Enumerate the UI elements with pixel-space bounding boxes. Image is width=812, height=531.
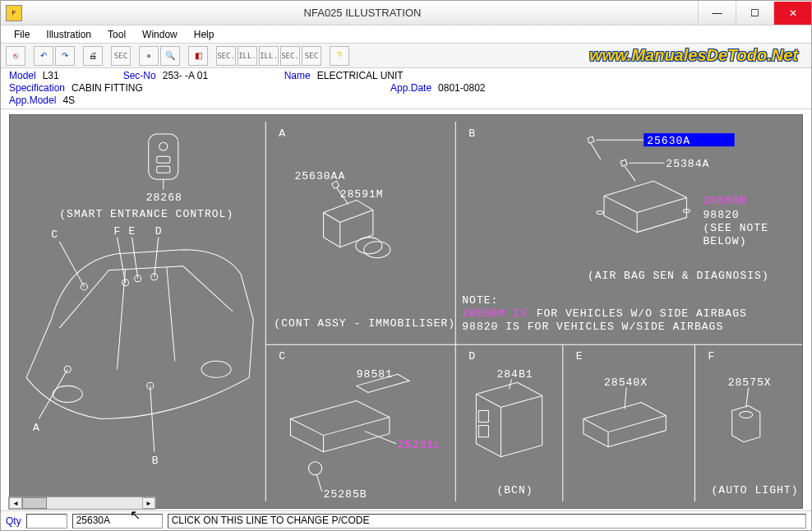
part-code-field[interactable]: 25630A xyxy=(72,514,163,529)
part-25630a-selected[interactable]: 25630A xyxy=(647,135,690,147)
qty-input[interactable] xyxy=(26,514,67,529)
zoom-icon[interactable]: 🔍 xyxy=(160,46,180,66)
name-label: Name xyxy=(284,70,311,81)
svg-rect-52 xyxy=(478,411,488,422)
part-98581[interactable]: 98581 xyxy=(357,368,393,381)
maximize-button[interactable]: ☐ xyxy=(736,2,773,25)
svg-line-20 xyxy=(132,238,138,279)
part-28556m[interactable]: 28556M xyxy=(704,195,747,207)
hint-field[interactable]: CLICK ON THIS LINE TO CHANGE P/CODE xyxy=(168,514,806,529)
cont-assy-label: (CONT ASSY - IMMOBILISER) xyxy=(274,317,455,330)
note-heading: NOTE: xyxy=(462,294,498,307)
svg-point-23 xyxy=(64,366,71,372)
part-28575x[interactable]: 28575X xyxy=(728,376,772,389)
part-28540x[interactable]: 28540X xyxy=(604,376,648,389)
svg-line-43 xyxy=(290,419,323,436)
menu-window[interactable]: Window xyxy=(134,27,186,42)
svg-rect-8 xyxy=(157,156,170,163)
svg-line-24 xyxy=(39,369,67,418)
titlebar: F NFA025 ILLUSTRATION — ☐ ✕ xyxy=(1,1,811,25)
svg-line-22 xyxy=(155,238,159,277)
menu-help[interactable]: Help xyxy=(186,27,223,42)
app-icon: F xyxy=(6,5,22,21)
svg-point-12 xyxy=(201,361,231,377)
svg-line-33 xyxy=(591,143,601,159)
undo-icon[interactable]: ↶ xyxy=(34,46,53,66)
airbag-label: (AIR BAG SEN & DIAGNOSIS) xyxy=(588,270,769,282)
auto-light-label: (AUTO LIGHT) xyxy=(712,484,799,496)
toggle-icon[interactable]: ◧ xyxy=(188,46,208,66)
menu-tool[interactable]: Tool xyxy=(99,27,134,42)
svg-line-60 xyxy=(746,387,749,407)
svg-point-32 xyxy=(364,242,390,258)
part-28591m[interactable]: 28591M xyxy=(340,188,384,201)
svg-line-58 xyxy=(625,387,626,409)
see-note-2: BELOW) xyxy=(704,235,747,247)
svg-line-44 xyxy=(324,418,390,436)
menu-file[interactable]: File xyxy=(6,27,38,42)
svg-point-31 xyxy=(356,238,382,254)
svg-point-17 xyxy=(122,279,129,286)
part-25384a[interactable]: 25384A xyxy=(666,158,709,170)
svg-line-13 xyxy=(118,269,126,370)
svg-rect-9 xyxy=(157,166,170,173)
appdate-value: 0801-0802 xyxy=(438,82,485,94)
part-25285b[interactable]: 25285B xyxy=(324,488,367,501)
svg-line-38 xyxy=(604,196,637,212)
car-callout-b: B xyxy=(152,455,159,467)
panel-d-label: D xyxy=(468,350,476,362)
close-button[interactable]: ✕ xyxy=(773,2,811,25)
watermark-text: www.ManualesDeTodo.Net xyxy=(589,46,798,65)
name-value: ELECTRICAL UNIT xyxy=(317,70,404,81)
bottom-bar: Qty 25630A CLICK ON THIS LINE TO CHANGE … xyxy=(1,510,811,530)
scroll-right-icon[interactable]: ► xyxy=(142,497,155,509)
appdate-label: App.Date xyxy=(390,82,431,94)
car-callout-e: E xyxy=(129,225,136,238)
part-98820[interactable]: 98820 xyxy=(704,209,740,221)
svg-line-48 xyxy=(317,475,322,492)
svg-line-55 xyxy=(584,419,608,432)
bcn-label: (BCN) xyxy=(496,484,533,496)
svg-point-46 xyxy=(309,462,322,475)
appmodel-label: App.Model xyxy=(9,95,56,106)
see-note-1: (SEE NOTE xyxy=(704,222,769,234)
svg-line-29 xyxy=(340,210,373,222)
scroll-left-icon[interactable]: ◄ xyxy=(9,497,22,509)
svg-line-36 xyxy=(625,166,635,181)
help-icon[interactable]: ? xyxy=(330,46,349,66)
svg-line-28 xyxy=(324,213,340,223)
record-icon[interactable]: ● xyxy=(139,46,159,66)
car-callout-d: D xyxy=(155,225,163,238)
horizontal-scrollbar[interactable]: ◄ ► xyxy=(8,496,156,510)
nav-ill-down-icon[interactable]: ILL. xyxy=(238,46,257,66)
info-bar: Model L31 Sec-No 253- -A 01 Name ELECTRI… xyxy=(1,68,811,109)
illustration-canvas[interactable]: A B C D E F 28268 (SMART ENTRANCE CONTRO… xyxy=(9,114,803,509)
panel-e-label: E xyxy=(576,350,584,362)
part-284b1[interactable]: 284B1 xyxy=(496,368,533,381)
nav-ill-up-icon[interactable]: ILL. xyxy=(259,46,279,66)
window-title: NFA025 ILLUSTRATION xyxy=(27,7,698,19)
svg-point-59 xyxy=(740,412,753,418)
svg-line-47 xyxy=(365,432,396,444)
toolbar: ⎋ ↶ ↷ 🖨 SEC ● 🔍 ◧ SEC. ILL. ILL. SEC. SE… xyxy=(1,44,811,68)
minimize-button[interactable]: — xyxy=(698,2,736,25)
scroll-thumb[interactable] xyxy=(22,497,47,509)
nav-sec-down-icon[interactable]: SEC. xyxy=(216,46,236,66)
svg-rect-53 xyxy=(478,426,488,437)
panel-c-label: C xyxy=(279,350,286,362)
part-25231l[interactable]: 25231L xyxy=(398,439,441,451)
svg-line-18 xyxy=(118,238,126,283)
print-icon[interactable]: 🖨 xyxy=(83,46,103,66)
smart-entrance-label: (SMART ENTRANCE CONTROL) xyxy=(59,208,233,220)
redo-icon[interactable]: ↷ xyxy=(55,46,75,66)
part-25630aa[interactable]: 25630AA xyxy=(294,170,345,182)
svg-point-11 xyxy=(53,386,82,402)
note-line1b: FOR VEHICLES W/O SIDE AIRBAGS xyxy=(537,307,747,320)
part-28268[interactable]: 28268 xyxy=(146,192,182,204)
nav-sec-alt-icon[interactable]: SEC xyxy=(302,46,321,66)
sec-icon[interactable]: SEC xyxy=(111,46,131,66)
menu-illustration[interactable]: Illustration xyxy=(38,27,99,42)
nav-sec-up-icon[interactable]: SEC. xyxy=(280,46,300,66)
car-callout-f: F xyxy=(114,225,122,238)
exit-icon[interactable]: ⎋ xyxy=(6,46,25,66)
